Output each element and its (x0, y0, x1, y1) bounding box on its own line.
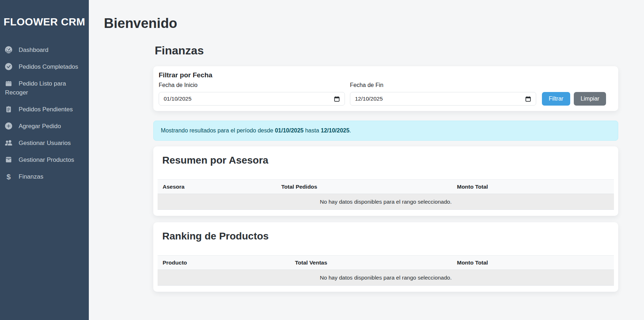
ranking-productos-title: Ranking de Productos (162, 230, 609, 242)
sidebar-item-gestionar-productos[interactable]: Gestionar Productos (0, 151, 89, 168)
end-date-value: 12/10/2025 (355, 96, 383, 102)
dollar-icon: $ (5, 172, 12, 181)
column-header: Asesora (158, 180, 276, 194)
ranking-productos-card: Ranking de Productos Producto Total Vent… (153, 222, 618, 292)
start-date-input[interactable]: 01/10/2025 (159, 92, 345, 106)
end-date-label: Fecha de Fin (350, 81, 536, 89)
results-info-alert: Mostrando resultados para el período des… (153, 121, 618, 141)
start-date-value: 01/10/2025 (164, 96, 192, 102)
filter-row: Fecha de Inicio 01/10/2025 Fecha de Fin … (159, 81, 613, 106)
product-box-icon (5, 156, 12, 163)
sidebar-item-dashboard[interactable]: Dashboard (0, 42, 89, 58)
ranking-productos-table: Producto Total Ventas Monto Total No hay… (158, 255, 614, 286)
finanzas-title: Finanzas (155, 44, 618, 57)
open-box-icon (5, 80, 12, 87)
sidebar-item-logout[interactable]: Cerrar Sesión (0, 315, 89, 320)
calendar-icon[interactable] (334, 96, 340, 102)
filter-card-title: Filtrar por Fecha (159, 71, 613, 79)
filter-buttons: Filtrar Limpiar (542, 92, 606, 106)
sidebar-item-label: Dashboard (19, 47, 48, 53)
sidebar-item-pedidos-completados[interactable]: Pedidos Completados (0, 58, 89, 75)
alert-start-date: 01/10/2025 (275, 127, 303, 134)
clipboard-icon (5, 106, 12, 113)
sidebar-nav: Dashboard Pedidos Completados Pedido Lis… (0, 42, 89, 185)
app-brand: FLOOWER CRM (0, 0, 89, 28)
sidebar-item-pedido-listo[interactable]: Pedido Listo para Recoger (0, 75, 89, 101)
column-header: Total Ventas (290, 256, 452, 270)
table-header-row: Asesora Total Pedidos Monto Total (158, 180, 614, 194)
calendar-icon[interactable] (525, 96, 531, 102)
empty-message: No hay datos disponibles para el rango s… (158, 270, 614, 286)
sidebar-item-label: Pedidos Pendientes (19, 106, 73, 113)
sidebar: FLOOWER CRM Dashboard Pedidos Completado… (0, 0, 89, 320)
alert-text: . (350, 127, 351, 134)
sidebar-item-agregar-pedido[interactable]: Agregar Pedido (0, 118, 89, 135)
sidebar-item-label: Agregar Pedido (19, 123, 61, 130)
empty-row: No hay datos disponibles para el rango s… (158, 270, 614, 286)
start-date-label: Fecha de Inicio (159, 81, 345, 89)
app-root: FLOOWER CRM Dashboard Pedidos Completado… (0, 0, 644, 320)
main-content: Bienvenido Finanzas Filtrar por Fecha Fe… (89, 0, 644, 320)
alert-text: Mostrando resultados para el período des… (161, 127, 275, 134)
column-header: Monto Total (452, 180, 614, 194)
end-date-input[interactable]: 12/10/2025 (350, 92, 536, 106)
finanzas-section: Finanzas Filtrar por Fecha Fecha de Inic… (153, 44, 618, 292)
sidebar-item-pedidos-pendientes[interactable]: Pedidos Pendientes (0, 101, 89, 118)
clear-button[interactable]: Limpiar (574, 92, 606, 106)
check-circle-icon (5, 63, 12, 70)
alert-text: hasta (304, 127, 321, 134)
sidebar-item-gestionar-usuarios[interactable]: Gestionar Usuarios (0, 135, 89, 151)
users-icon (5, 139, 12, 146)
sidebar-item-finanzas[interactable]: $Finanzas (0, 168, 89, 185)
speedometer-icon (5, 46, 12, 53)
table-header-row: Producto Total Ventas Monto Total (158, 256, 614, 270)
empty-message: No hay datos disponibles para el rango s… (158, 194, 614, 210)
resumen-asesora-title: Resumen por Asesora (162, 154, 609, 166)
sidebar-item-label: Gestionar Productos (19, 156, 74, 163)
sidebar-item-label: Pedido Listo para Recoger (5, 80, 66, 96)
sidebar-item-label: Pedidos Completados (19, 63, 78, 70)
column-header: Monto Total (452, 256, 614, 270)
filter-button[interactable]: Filtrar (542, 92, 570, 106)
resumen-asesora-card: Resumen por Asesora Asesora Total Pedido… (153, 146, 618, 216)
empty-row: No hay datos disponibles para el rango s… (158, 194, 614, 210)
sidebar-item-label: Finanzas (19, 173, 43, 180)
page-title: Bienvenido (104, 15, 618, 31)
date-filter-card: Filtrar por Fecha Fecha de Inicio 01/10/… (153, 66, 618, 111)
end-date-field: Fecha de Fin 12/10/2025 (350, 81, 536, 106)
alert-end-date: 12/10/2025 (321, 127, 350, 134)
column-header: Total Pedidos (276, 180, 452, 194)
start-date-field: Fecha de Inicio 01/10/2025 (159, 81, 345, 106)
column-header: Producto (158, 256, 290, 270)
resumen-asesora-table: Asesora Total Pedidos Monto Total No hay… (158, 179, 614, 210)
plus-circle-icon (5, 122, 12, 130)
sidebar-item-label: Gestionar Usuarios (19, 140, 71, 146)
